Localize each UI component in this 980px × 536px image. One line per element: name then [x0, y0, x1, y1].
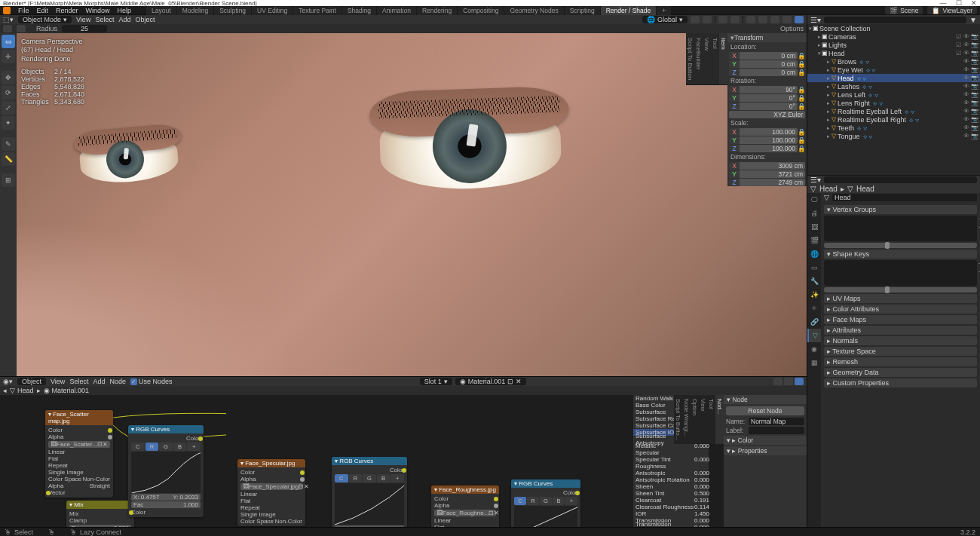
n-tab-item[interactable]: Item: [719, 33, 727, 85]
editor-type-icon[interactable]: ⬚▾: [3, 16, 14, 23]
ws-comp[interactable]: Compositing: [458, 6, 504, 15]
vp-view[interactable]: View: [76, 16, 90, 23]
vertex-groups-list[interactable]: +−: [824, 216, 977, 241]
ws-tex[interactable]: Texture Paint: [293, 6, 341, 15]
orientation-dropdown[interactable]: 🌐 Global ▾: [642, 16, 688, 23]
sk-slider[interactable]: [824, 287, 977, 293]
shader-input[interactable]: Clearcoat0.191: [633, 497, 709, 504]
dim-z[interactable]: 2749 cm: [740, 179, 805, 186]
n-tab-stb[interactable]: Script To Button: [686, 33, 694, 85]
tab-particle-icon[interactable]: ✨: [807, 288, 821, 302]
shader-input[interactable]: Roughness: [633, 463, 709, 470]
sec-uv[interactable]: UV Maps: [824, 294, 977, 303]
snap-ne-icon[interactable]: [784, 378, 793, 385]
shader-input[interactable]: Sheen0.000: [633, 483, 709, 490]
tab-texture-icon[interactable]: ▦: [807, 356, 821, 369]
shader-input[interactable]: Clearcoat Roughness0.114: [633, 504, 709, 510]
slot-dropdown[interactable]: Slot 1 ▾: [420, 378, 452, 385]
shade-wire-icon[interactable]: [758, 16, 767, 23]
sec-normals[interactable]: Normals: [824, 336, 977, 345]
rot-z[interactable]: 0°: [740, 103, 798, 110]
node-scatter-tex[interactable]: ▾ Face_Scatter map.jpg Color Alpha 🖼Face…: [45, 410, 113, 498]
cursor-tool-icon[interactable]: ✛: [2, 50, 15, 63]
tab-viewlayer-icon[interactable]: 🖼: [807, 220, 821, 234]
outliner-type-icon[interactable]: ☰▾: [810, 16, 821, 24]
ne-object-menu[interactable]: Object: [17, 378, 46, 385]
vp-select[interactable]: Select: [95, 16, 114, 23]
ne-node[interactable]: Node: [109, 378, 126, 385]
node-rgb-curves-1[interactable]: ▾ RGB Curves Color CRGB+ X: 0.4757Y: 0.2…: [128, 425, 204, 517]
shader-input[interactable]: Sheen Tint0.500: [633, 490, 709, 497]
rot-x[interactable]: 90°: [740, 86, 798, 93]
add-tool-icon[interactable]: ⊞: [2, 173, 15, 187]
viewlayer-field[interactable]: 📋 ViewLayer: [927, 6, 977, 14]
shape-keys-list[interactable]: +−: [824, 260, 977, 286]
menu-render[interactable]: Render: [56, 7, 78, 14]
tab-mesh-data-icon[interactable]: ▽: [807, 329, 821, 342]
outliner-item-realtime-eyeball-left[interactable]: ▸▽Realtime Eyeball Left⟐ ▽👁📷: [807, 107, 980, 115]
ws-geo[interactable]: Geometry Nodes: [504, 6, 563, 15]
ne-select[interactable]: Select: [69, 378, 88, 385]
loc-z[interactable]: 0 cm: [740, 69, 798, 76]
ne-view[interactable]: View: [51, 378, 65, 385]
outliner-item-head[interactable]: ▸▽Head⟐ ▽👁📷: [807, 74, 980, 82]
node-name-field[interactable]: Normal Map: [749, 418, 804, 425]
viewport-3d[interactable]: Camera Perspective (67) Head / Head Rend…: [17, 33, 807, 376]
annotate-tool-icon[interactable]: ✎: [2, 137, 15, 151]
n-tab-fb[interactable]: FaceBuilder: [694, 33, 703, 85]
scene-field[interactable]: 🎬 Scene: [885, 6, 923, 14]
props-search[interactable]: [824, 176, 977, 183]
shade-matprev-icon[interactable]: [782, 16, 792, 23]
measure-tool-icon[interactable]: 📏: [2, 152, 15, 166]
tab-render-icon[interactable]: 🖵: [807, 193, 821, 207]
shader-input[interactable]: Transmission Roughness0.000: [633, 524, 709, 527]
outliner-item-teeth[interactable]: ▸▽Teeth⟐ ▽👁📷: [807, 124, 980, 132]
ws-script[interactable]: Scripting: [565, 6, 600, 15]
sec-vertex-groups[interactable]: Vertex Groups: [824, 205, 977, 214]
rotate-tool-icon[interactable]: ⟳: [2, 86, 15, 100]
tab-modifier-icon[interactable]: 🔧: [807, 274, 821, 288]
tab-physics-icon[interactable]: ⚛: [807, 302, 821, 315]
menu-file[interactable]: File: [18, 7, 29, 14]
ws-add[interactable]: +: [657, 6, 671, 15]
props-type-icon[interactable]: ☰▾: [810, 176, 821, 184]
shade-solid-icon[interactable]: [770, 16, 779, 23]
crumb-obj[interactable]: ▽ Head: [10, 387, 34, 394]
ws-shading[interactable]: Shading: [342, 6, 376, 15]
node-mix[interactable]: ▾ Mix Mix Clamp Fac0.556: [66, 501, 134, 527]
shader-input[interactable]: Anisotropic Rotation0.000: [633, 476, 709, 483]
outliner-item-lashes[interactable]: ▸▽Lashes⟐ ▽👁📷: [807, 82, 980, 90]
menu-edit[interactable]: Edit: [37, 7, 49, 14]
overlay-toggle[interactable]: [730, 16, 740, 23]
dim-y[interactable]: 3721 cm: [740, 170, 805, 178]
sec-colattr[interactable]: Color Attributes: [824, 305, 977, 314]
shader-input[interactable]: Anisotropic0.000: [633, 470, 709, 476]
sec-custom[interactable]: Custom Properties: [824, 378, 977, 387]
outliner-search[interactable]: [824, 17, 966, 23]
scale-y[interactable]: 100.000: [740, 136, 798, 144]
snap-icon[interactable]: [691, 16, 700, 23]
dim-x[interactable]: 3009 cm: [740, 162, 805, 170]
mode-dropdown[interactable]: Object Mode ▾: [18, 16, 72, 23]
loc-y[interactable]: 0 cm: [740, 60, 798, 68]
select-tool-icon[interactable]: ▭: [2, 35, 15, 48]
reset-node-button[interactable]: Reset Node: [726, 406, 804, 415]
scale-x[interactable]: 100.000: [740, 128, 798, 136]
move-tool-icon[interactable]: ✥: [2, 71, 15, 84]
overlay-ne-icon[interactable]: [795, 378, 804, 385]
ws-layout[interactable]: Layout: [146, 6, 176, 15]
use-nodes-checkbox[interactable]: Use Nodes: [130, 378, 173, 385]
ne-type-icon[interactable]: ◉▾: [3, 378, 13, 385]
tab-material-icon[interactable]: ◉: [807, 342, 821, 356]
ne-add[interactable]: Add: [93, 378, 105, 385]
vp-object[interactable]: Object: [135, 16, 155, 23]
xray-icon[interactable]: [746, 16, 755, 23]
crumb-mat[interactable]: ◉ Material.001: [44, 387, 90, 394]
sec-texspace[interactable]: Texture Space: [824, 347, 977, 356]
rot-y[interactable]: 0°: [740, 94, 798, 102]
shader-input[interactable]: IOR1.450: [633, 510, 709, 517]
node-rgb-curves-3[interactable]: ▾ RGB Curves Color CRGB+: [511, 479, 580, 527]
tab-world-icon[interactable]: 🌐: [807, 247, 821, 261]
sec-facemaps[interactable]: Face Maps: [824, 315, 977, 324]
n-tab-tool[interactable]: Tool: [711, 33, 719, 85]
